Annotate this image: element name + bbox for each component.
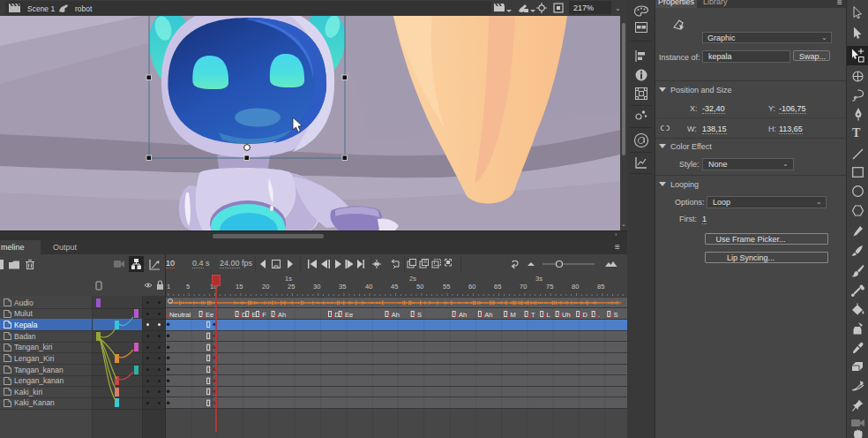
svg-text:Neutral: Neutral: [169, 310, 191, 318]
svg-text:Ee: Ee: [345, 310, 353, 318]
svg-text:L: L: [547, 310, 550, 318]
svg-text:M: M: [511, 310, 516, 318]
svg-text:Uh: Uh: [562, 310, 571, 318]
svg-text:.: .: [598, 310, 600, 318]
svg-text:S: S: [614, 310, 618, 318]
svg-text:S: S: [417, 310, 422, 318]
svg-text:Ah: Ah: [484, 310, 492, 318]
svg-text:Ah: Ah: [459, 310, 467, 318]
svg-text:Ee: Ee: [206, 310, 213, 318]
svg-text:D: D: [583, 310, 588, 318]
svg-text:Ah: Ah: [392, 310, 400, 318]
svg-text:F: F: [262, 310, 266, 318]
svg-text:T: T: [531, 310, 535, 318]
svg-text:E: E: [252, 310, 257, 318]
svg-text:Ah: Ah: [278, 310, 286, 318]
